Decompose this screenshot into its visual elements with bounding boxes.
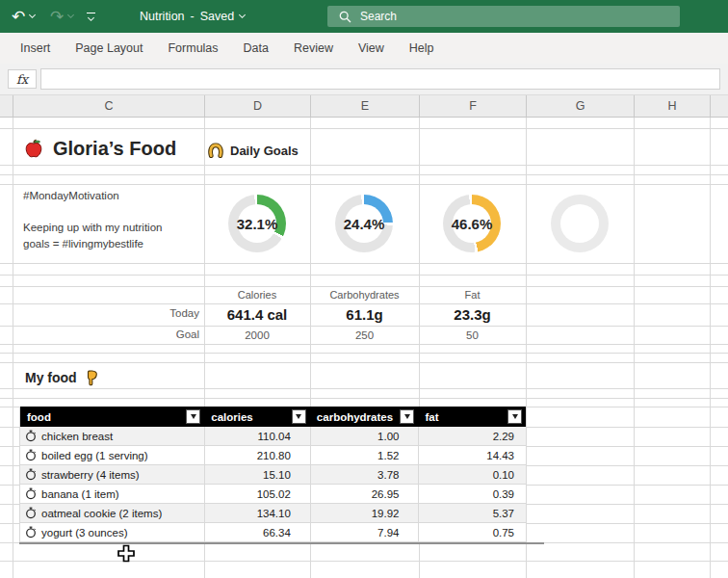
fat-cell[interactable]: 14.43 <box>418 446 526 464</box>
donut-percent-label: 46.6% <box>435 195 508 252</box>
goal-row-label: Goal <box>23 328 199 340</box>
search-icon <box>339 11 351 23</box>
fat-cell[interactable]: 5.37 <box>418 504 526 522</box>
food-table-row[interactable]: oatmeal cookie (2 items)134.1019.925.37 <box>20 504 526 523</box>
carbohydrates-cell[interactable]: 1.52 <box>310 446 419 464</box>
daily-goals-cell[interactable]: Daily Goals <box>208 139 299 162</box>
today-value-fat[interactable]: 23.3g <box>419 302 526 326</box>
food-name-cell[interactable]: strawberry (4 items) <box>20 465 204 484</box>
calories-cell[interactable]: 105.02 <box>204 485 310 503</box>
filter-button-fat[interactable] <box>507 409 522 424</box>
food-table-row[interactable]: chicken breast110.041.002.29 <box>20 427 526 446</box>
sheet-grid[interactable]: Gloria’s Food Daily Goals #MondayMotivat… <box>0 118 728 578</box>
tab-page-layout[interactable]: Page Layout <box>63 33 155 64</box>
goal-value-fat[interactable]: 50 <box>419 327 526 344</box>
filter-button-calories[interactable] <box>292 409 306 424</box>
food-name-cell[interactable]: boiled egg (1 serving) <box>20 446 204 464</box>
fat-cell[interactable]: 0.10 <box>418 465 526 484</box>
carbohydrates-cell[interactable]: 7.94 <box>310 523 419 541</box>
tab-formulas[interactable]: Formulas <box>155 33 230 64</box>
calories-cell[interactable]: 210.80 <box>204 446 310 464</box>
tab-data[interactable]: Data <box>231 33 281 64</box>
header-label: food <box>27 411 51 423</box>
filter-button-carbohydrates[interactable] <box>400 409 414 424</box>
my-food-label: My food <box>25 370 77 385</box>
header-label: fat <box>425 411 438 423</box>
calories-cell[interactable]: 66.34 <box>204 523 310 541</box>
sheet-title-cell[interactable]: Gloria’s Food <box>23 131 176 166</box>
document-name: Nutrition <box>140 10 185 23</box>
goal-value-calories[interactable]: 2000 <box>204 327 310 344</box>
food-name: chicken breast <box>41 431 113 442</box>
column-header-c[interactable]: C <box>13 95 204 117</box>
food-name-cell[interactable]: yogurt (3 ounces) <box>20 523 204 541</box>
donut-chart-1[interactable]: 32.1% <box>228 195 286 252</box>
document-title[interactable]: Nutrition - Saved <box>140 0 245 33</box>
fx-button[interactable]: fx <box>8 69 37 89</box>
donut-percent-label: 24.4% <box>327 195 401 252</box>
goal-value-carbohydrates[interactable]: 250 <box>310 327 419 344</box>
carbohydrates-cell[interactable]: 1.00 <box>310 427 419 445</box>
food-table-row[interactable]: banana (1 item)105.0226.950.39 <box>20 485 526 504</box>
fat-cell[interactable]: 2.29 <box>418 427 526 445</box>
gridline-horizontal <box>0 174 728 175</box>
fat-cell[interactable]: 0.75 <box>418 523 526 541</box>
calories-cell[interactable]: 110.04 <box>204 427 310 445</box>
today-value-calories[interactable]: 641.4 cal <box>204 302 310 326</box>
my-food-cell[interactable]: My food <box>25 366 98 389</box>
customize-toolbar-button[interactable] <box>87 0 95 33</box>
food-table-row[interactable]: strawberry (4 items)15.103.780.10 <box>20 465 526 485</box>
food-name: strawberry (4 items) <box>41 469 140 481</box>
calories-cell[interactable]: 134.10 <box>204 504 310 522</box>
column-header-d[interactable]: D <box>204 95 310 117</box>
tab-review[interactable]: Review <box>281 33 346 64</box>
food-name: banana (1 item) <box>41 488 119 500</box>
donut-chart-4[interactable] <box>551 195 609 252</box>
formula-bar-area: fx <box>0 64 728 94</box>
column-header-f[interactable]: F <box>419 95 526 117</box>
food-name: yogurt (3 ounces) <box>41 527 128 539</box>
food-name-cell[interactable]: banana (1 item) <box>20 485 204 503</box>
donut-chart-3[interactable]: 46.6% <box>443 195 501 252</box>
header-label: calories <box>211 411 252 423</box>
metric-label-carbohydrates: Carbohydrates <box>310 286 419 303</box>
gridline-horizontal <box>0 128 728 129</box>
food-table-row[interactable]: boiled egg (1 serving)210.801.5214.43 <box>20 446 526 465</box>
daily-goals-label: Daily Goals <box>230 144 299 158</box>
donut-chart-2[interactable]: 24.4% <box>335 195 393 252</box>
motivation-cell[interactable]: #MondayMotivation Keeping up with my nut… <box>23 188 162 252</box>
motivation-line1: #MondayMotivation <box>23 188 162 204</box>
column-header-g[interactable]: G <box>526 95 634 117</box>
food-name-cell[interactable]: oatmeal cookie (2 items) <box>20 504 204 522</box>
search-box[interactable]: Search <box>327 6 680 27</box>
today-row-label: Today <box>23 307 199 319</box>
undo-icon: ↶ <box>12 9 25 25</box>
tab-help[interactable]: Help <box>397 33 447 64</box>
today-value-carbohydrates[interactable]: 61.1g <box>310 302 419 326</box>
redo-button[interactable]: ↷ <box>50 0 73 33</box>
ribbon-tabs: InsertPage LayoutFormulasDataReviewViewH… <box>0 33 728 64</box>
redo-icon: ↷ <box>50 9 64 25</box>
food-name-cell[interactable]: chicken breast <box>20 427 204 445</box>
carbohydrates-cell[interactable]: 3.78 <box>310 465 419 484</box>
calories-cell[interactable]: 15.10 <box>204 465 310 484</box>
tab-insert[interactable]: Insert <box>8 33 63 64</box>
column-header-e[interactable]: E <box>310 95 419 117</box>
column-headers: CDEFGH <box>0 94 728 118</box>
food-table-row[interactable]: yogurt (3 ounces)66.347.940.75 <box>20 523 526 542</box>
column-header-h[interactable]: H <box>634 95 710 117</box>
stopwatch-icon <box>25 449 37 461</box>
titlebar: ↶ ↷ Nutrition - Saved Search <box>0 0 728 33</box>
table-range-border <box>19 542 544 544</box>
gridline-horizontal <box>0 275 728 276</box>
carbohydrates-cell[interactable]: 26.95 <box>310 485 419 503</box>
carbohydrates-cell[interactable]: 19.92 <box>310 504 419 522</box>
fat-cell[interactable]: 0.39 <box>418 485 526 503</box>
filter-button-food[interactable] <box>186 409 200 424</box>
gridline-horizontal <box>0 344 728 345</box>
formula-input[interactable] <box>40 68 720 90</box>
undo-button[interactable]: ↶ <box>12 0 35 33</box>
tab-view[interactable]: View <box>346 33 397 64</box>
motivation-line2: Keeping up with my nutrition <box>23 220 162 236</box>
filter-dropdown-icon <box>404 414 410 419</box>
